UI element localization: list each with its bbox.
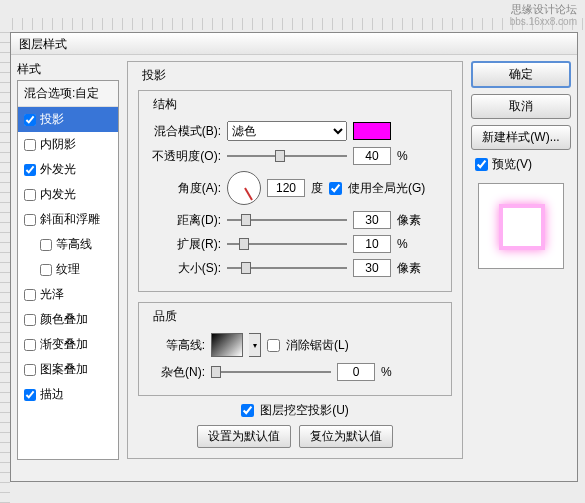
style-item-check-11[interactable]: [24, 389, 36, 401]
styles-header: 样式: [17, 61, 119, 78]
knockout-label: 图层挖空投影(U): [260, 402, 349, 419]
center-title: 投影: [138, 67, 170, 84]
new-style-button[interactable]: 新建样式(W)...: [471, 125, 571, 150]
structure-group: 结构 混合模式(B): 滤色 不透明度(O): % 角度(A):: [138, 90, 452, 292]
preview-box: [478, 183, 564, 269]
distance-input[interactable]: [353, 211, 391, 229]
size-label: 大小(S):: [149, 260, 221, 277]
contour-label: 等高线:: [149, 337, 205, 354]
style-item-check-2[interactable]: [24, 164, 36, 176]
angle-dial[interactable]: [227, 171, 261, 205]
degree-label: 度: [311, 180, 323, 197]
style-item-check-7[interactable]: [24, 289, 36, 301]
styles-list: 混合选项:自定 投影内阴影外发光内发光斜面和浮雕等高线纹理光泽颜色叠加渐变叠加图…: [17, 80, 119, 460]
left-panel: 样式 混合选项:自定 投影内阴影外发光内发光斜面和浮雕等高线纹理光泽颜色叠加渐变…: [17, 61, 119, 475]
dialog-title: 图层样式: [11, 33, 577, 55]
angle-label: 角度(A):: [149, 180, 221, 197]
style-item-label-10: 图案叠加: [40, 361, 88, 378]
style-item-label-8: 颜色叠加: [40, 311, 88, 328]
quality-group: 品质 等高线: ▾ 消除锯齿(L) 杂色(N): %: [138, 302, 452, 396]
style-item-label-9: 渐变叠加: [40, 336, 88, 353]
style-item-4[interactable]: 斜面和浮雕: [18, 207, 118, 232]
noise-slider[interactable]: [211, 371, 331, 373]
style-item-label-6: 纹理: [56, 261, 80, 278]
pct-3: %: [381, 365, 392, 379]
watermark-1: 思缘设计论坛: [511, 2, 577, 17]
style-item-label-7: 光泽: [40, 286, 64, 303]
right-panel: 确定 取消 新建样式(W)... 预览(V): [471, 61, 571, 475]
style-item-check-6[interactable]: [40, 264, 52, 276]
antialias-label: 消除锯齿(L): [286, 337, 349, 354]
global-light-check[interactable]: [329, 182, 342, 195]
noise-input[interactable]: [337, 363, 375, 381]
preview-check[interactable]: [475, 158, 488, 171]
reset-default-button[interactable]: 复位为默认值: [299, 425, 393, 448]
blend-mode-select[interactable]: 滤色: [227, 121, 347, 141]
px-1: 像素: [397, 212, 421, 229]
size-slider[interactable]: [227, 267, 347, 269]
style-item-check-5[interactable]: [40, 239, 52, 251]
spread-slider[interactable]: [227, 243, 347, 245]
style-item-10[interactable]: 图案叠加: [18, 357, 118, 382]
style-item-label-5: 等高线: [56, 236, 92, 253]
color-swatch[interactable]: [353, 122, 391, 140]
style-item-2[interactable]: 外发光: [18, 157, 118, 182]
spread-input[interactable]: [353, 235, 391, 253]
opacity-input[interactable]: [353, 147, 391, 165]
style-item-label-0: 投影: [40, 111, 64, 128]
blend-options-item[interactable]: 混合选项:自定: [18, 81, 118, 107]
opacity-slider[interactable]: [227, 155, 347, 157]
set-default-button[interactable]: 设置为默认值: [197, 425, 291, 448]
style-item-check-8[interactable]: [24, 314, 36, 326]
spread-label: 扩展(R):: [149, 236, 221, 253]
style-item-check-3[interactable]: [24, 189, 36, 201]
style-item-label-1: 内阴影: [40, 136, 76, 153]
global-light-label: 使用全局光(G): [348, 180, 425, 197]
blend-mode-label: 混合模式(B):: [149, 123, 221, 140]
style-item-label-3: 内发光: [40, 186, 76, 203]
noise-label: 杂色(N):: [149, 364, 205, 381]
preview-label: 预览(V): [492, 156, 532, 173]
style-item-label-4: 斜面和浮雕: [40, 211, 100, 228]
pct-2: %: [397, 237, 408, 251]
style-item-1[interactable]: 内阴影: [18, 132, 118, 157]
style-item-6[interactable]: 纹理: [18, 257, 118, 282]
style-item-check-0[interactable]: [24, 114, 36, 126]
antialias-check[interactable]: [267, 339, 280, 352]
style-item-check-9[interactable]: [24, 339, 36, 351]
style-item-3[interactable]: 内发光: [18, 182, 118, 207]
distance-label: 距离(D):: [149, 212, 221, 229]
style-item-9[interactable]: 渐变叠加: [18, 332, 118, 357]
px-2: 像素: [397, 260, 421, 277]
style-item-7[interactable]: 光泽: [18, 282, 118, 307]
style-item-11[interactable]: 描边: [18, 382, 118, 407]
center-panel: 投影 结构 混合模式(B): 滤色 不透明度(O): %: [127, 61, 463, 475]
size-input[interactable]: [353, 259, 391, 277]
drop-shadow-fieldset: 投影 结构 混合模式(B): 滤色 不透明度(O): %: [127, 61, 463, 459]
style-item-label-11: 描边: [40, 386, 64, 403]
ruler-vertical: [0, 30, 10, 503]
cancel-button[interactable]: 取消: [471, 94, 571, 119]
structure-title: 结构: [149, 96, 181, 113]
layer-style-dialog: 图层样式 样式 混合选项:自定 投影内阴影外发光内发光斜面和浮雕等高线纹理光泽颜…: [10, 32, 578, 482]
watermark-2: bbs.16xx8.com: [510, 16, 577, 27]
opacity-label: 不透明度(O):: [149, 148, 221, 165]
preview-shape: [499, 204, 545, 250]
pct-1: %: [397, 149, 408, 163]
style-item-label-2: 外发光: [40, 161, 76, 178]
contour-dropdown[interactable]: ▾: [249, 333, 261, 357]
angle-input[interactable]: [267, 179, 305, 197]
distance-slider[interactable]: [227, 219, 347, 221]
style-item-5[interactable]: 等高线: [18, 232, 118, 257]
ok-button[interactable]: 确定: [471, 61, 571, 88]
style-item-0[interactable]: 投影: [18, 107, 118, 132]
quality-title: 品质: [149, 308, 181, 325]
style-item-8[interactable]: 颜色叠加: [18, 307, 118, 332]
style-item-check-10[interactable]: [24, 364, 36, 376]
style-item-check-4[interactable]: [24, 214, 36, 226]
style-item-check-1[interactable]: [24, 139, 36, 151]
knockout-check[interactable]: [241, 404, 254, 417]
contour-preview[interactable]: [211, 333, 243, 357]
ruler-horizontal: [12, 18, 585, 30]
